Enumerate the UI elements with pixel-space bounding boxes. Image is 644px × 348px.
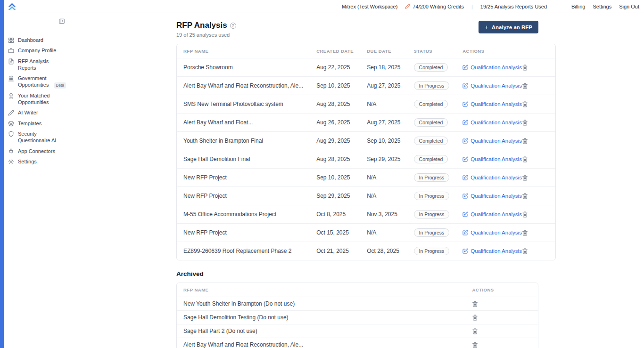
actions-cell: Qualification Analysis <box>456 242 555 260</box>
delete-button[interactable] <box>522 230 528 236</box>
sidebar-item-templates[interactable]: Templates <box>4 118 71 129</box>
status-badge: In Progress <box>414 247 450 255</box>
sidebar-item-settings[interactable]: Settings <box>4 156 71 167</box>
delete-button[interactable] <box>472 342 478 348</box>
qualification-analysis-link[interactable]: Qualification Analysis <box>462 248 522 254</box>
qualification-analysis-link[interactable]: Qualification Analysis <box>462 230 522 235</box>
edit-icon <box>462 101 468 107</box>
actions-cell: Qualification Analysis <box>456 224 555 242</box>
qualification-analysis-link[interactable]: Qualification Analysis <box>462 101 522 107</box>
created-date: Aug 28, 2025 <box>310 150 360 169</box>
created-date: Aug 26, 2025 <box>310 113 360 132</box>
delete-button[interactable] <box>522 83 528 89</box>
shield-icon <box>8 131 14 137</box>
qualification-analysis-link[interactable]: Qualification Analysis <box>462 211 522 217</box>
qualification-analysis-link[interactable]: Qualification Analysis <box>462 175 522 180</box>
sidebar-item-government-opportunities[interactable]: Government OpportunitiesBeta <box>4 73 71 90</box>
actions-cell: Qualification Analysis <box>456 169 555 187</box>
trash-icon <box>472 342 478 348</box>
sidebar-item-dashboard[interactable]: Dashboard <box>4 35 71 45</box>
rfp-name: Alert Bay Wharf and Float Reconstruction… <box>177 77 310 95</box>
sidebar-item-security-questionnaire-ai[interactable]: Security Questionnaire AI <box>4 129 71 146</box>
delete-button[interactable] <box>522 101 528 107</box>
status-badge: Completed <box>414 100 448 108</box>
rfp-name: Alert Bay Wharf and Float... <box>177 113 310 132</box>
delete-button[interactable] <box>522 120 528 126</box>
edit-icon <box>462 230 468 235</box>
delete-button[interactable] <box>472 315 478 321</box>
actions-cell <box>465 297 538 311</box>
created-date: Oct 8, 2025 <box>310 205 360 224</box>
delete-button[interactable] <box>522 156 528 162</box>
status-badge: In Progress <box>414 210 450 219</box>
status-cell: Completed <box>407 150 456 169</box>
qualification-analysis-link[interactable]: Qualification Analysis <box>462 193 522 199</box>
sidebar-item-label: Company Profile <box>18 47 66 54</box>
actions-cell: Qualification Analysis <box>456 132 555 150</box>
help-icon[interactable]: ? <box>230 23 236 29</box>
rfp-name: New RFP Project <box>177 224 310 242</box>
qualification-analysis-link[interactable]: Qualification Analysis <box>462 156 522 162</box>
status-cell: In Progress <box>407 187 456 205</box>
due-date: Oct 28, 2025 <box>360 242 407 260</box>
column-header-actions: Actions <box>456 44 555 58</box>
delete-button[interactable] <box>522 193 528 199</box>
qualification-analysis-link[interactable]: Qualification Analysis <box>462 138 522 144</box>
sidebar-item-label: Security Questionnaire AI <box>18 130 66 144</box>
sign-out-link[interactable]: Sign Out <box>619 4 639 9</box>
qualification-analysis-label: Qualification Analysis <box>471 248 522 254</box>
landmark-icon <box>8 75 14 81</box>
delete-button[interactable] <box>522 65 528 71</box>
pencil-icon <box>405 4 410 9</box>
sidebar-item-your-matched-opportunities[interactable]: Your Matched Opportunities <box>4 90 71 108</box>
delete-button[interactable] <box>522 138 528 144</box>
column-header-rfp-name: RFP Name <box>177 44 310 58</box>
due-date: N/A <box>360 95 407 113</box>
due-date: Aug 27, 2025 <box>360 77 407 95</box>
delete-button[interactable] <box>522 211 528 218</box>
sidebar-item-label: Templates <box>18 120 66 127</box>
qualification-analysis-link[interactable]: Qualification Analysis <box>462 120 522 125</box>
delete-button[interactable] <box>522 248 528 254</box>
status-cell: Completed <box>407 58 456 77</box>
qualification-analysis-label: Qualification Analysis <box>471 156 522 162</box>
sidebar-item-ai-writer[interactable]: AI Writer <box>4 107 71 118</box>
delete-button[interactable] <box>522 175 528 181</box>
status-cell: In Progress <box>407 77 456 95</box>
sidebar-item-rfp-analysis-reports[interactable]: RFP Analysis Reports <box>4 56 71 73</box>
due-date: Sep 18, 2025 <box>360 58 407 77</box>
page-title-text: RFP Analysis <box>176 21 227 30</box>
app-logo-icon[interactable] <box>7 1 17 11</box>
created-date: Oct 21, 2025 <box>310 242 360 260</box>
analyze-rfp-button-label: Analyze an RFP <box>492 24 532 30</box>
trash-icon <box>472 328 478 334</box>
sidebar-collapse-button[interactable] <box>58 17 66 25</box>
award-icon <box>8 93 14 99</box>
status-cell: Completed <box>407 113 456 132</box>
status-badge: In Progress <box>414 228 450 237</box>
status-badge: In Progress <box>414 81 450 90</box>
analyses-used-subtitle: 19 of 25 analyses used <box>176 32 236 38</box>
sidebar-item-company-profile[interactable]: Company Profile <box>4 45 71 56</box>
delete-button[interactable] <box>472 301 478 307</box>
sidebar-item-label: App Connectors <box>18 148 66 154</box>
qualification-analysis-link[interactable]: Qualification Analysis <box>462 65 522 70</box>
due-date: Nov 3, 2025 <box>360 205 407 224</box>
trash-icon <box>522 120 528 126</box>
qualification-analysis-link[interactable]: Qualification Analysis <box>462 83 522 89</box>
settings-link[interactable]: Settings <box>593 4 611 9</box>
edit-icon <box>462 248 468 254</box>
created-date: Oct 15, 2025 <box>310 224 360 242</box>
edit-icon <box>462 83 468 89</box>
delete-button[interactable] <box>472 328 478 334</box>
billing-link[interactable]: Billing <box>571 4 585 9</box>
column-header-created-date: Created Date <box>310 44 360 58</box>
status-cell: In Progress <box>407 224 456 242</box>
sidebar-item-label: Settings <box>18 158 66 165</box>
rfp-name: Porsche Showroom <box>177 58 310 77</box>
analyze-rfp-button[interactable]: + Analyze an RFP <box>479 21 538 33</box>
sidebar-item-label: AI Writer <box>18 109 66 116</box>
edit-icon <box>462 65 468 70</box>
sidebar-item-app-connectors[interactable]: App Connectors <box>4 146 71 156</box>
rfp-name: New Youth Shelter in Brampton (Do not us… <box>177 297 465 311</box>
